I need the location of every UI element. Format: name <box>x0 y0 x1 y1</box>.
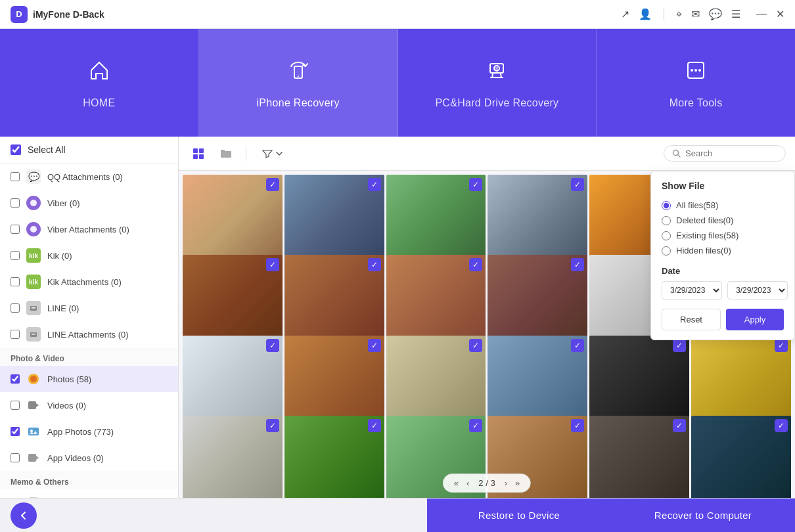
filter-date-to[interactable]: 3/29/2023 <box>727 281 788 299</box>
share-icon[interactable]: ↗ <box>621 8 629 20</box>
title-bar-icons: ↗ 👤 ⌖ ✉ 💬 ☰ ― ✕ <box>621 8 784 20</box>
nav-more-tools-label: More Tools <box>670 97 723 109</box>
gallery-item-check: ✓ <box>266 258 279 271</box>
filter-date-from[interactable]: 3/29/2023 <box>662 281 722 299</box>
line-att-checkbox[interactable] <box>11 330 20 339</box>
location-icon[interactable]: ⌖ <box>676 9 682 20</box>
nav-home[interactable]: HOME <box>0 29 199 137</box>
svg-point-10 <box>30 226 37 233</box>
toolbar-separator <box>246 146 246 161</box>
svg-rect-4 <box>495 67 498 70</box>
filter-button[interactable] <box>256 146 290 162</box>
page-next[interactable]: › <box>502 477 510 489</box>
filter-radio-all[interactable] <box>662 201 671 210</box>
user-icon[interactable]: 👤 <box>639 8 652 20</box>
sidebar-item-kik-attachments[interactable]: kik Kik Attachments (0) <box>0 269 178 295</box>
gallery-item-check: ✓ <box>571 178 584 191</box>
pc-recovery-icon <box>484 57 510 89</box>
qq-icon: 💬 <box>26 169 41 184</box>
sidebar-item-viber[interactable]: Viber (0) <box>0 190 178 216</box>
page-prev[interactable]: ‹ <box>464 477 472 489</box>
svg-point-8 <box>698 69 701 72</box>
gallery-item-check: ✓ <box>469 178 482 191</box>
pagination: « ‹ 2 / 3 › » <box>443 474 531 493</box>
gallery-item-24[interactable]: ✓ <box>691 416 791 498</box>
filter-option-all[interactable]: All files(58) <box>662 198 784 213</box>
filter-option-deleted[interactable]: Deleted files(0) <box>662 213 784 228</box>
gallery-item-check: ✓ <box>571 419 584 432</box>
sidebar-item-notes[interactable]: Notes (0) <box>0 489 178 498</box>
sidebar-item-photos[interactable]: Photos (58) <box>0 366 178 392</box>
mail-icon[interactable]: ✉ <box>691 8 700 20</box>
gallery-item-check: ✓ <box>673 339 686 352</box>
svg-line-32 <box>678 154 681 157</box>
menu-icon[interactable]: ☰ <box>731 8 740 20</box>
notes-label: Notes (0) <box>47 498 82 499</box>
grid-view-button[interactable] <box>188 143 209 164</box>
sidebar-select-all[interactable]: Select All <box>0 137 178 164</box>
kik-att-icon: kik <box>26 275 41 289</box>
restore-to-device-button[interactable]: Restore to Device <box>427 499 611 533</box>
recover-to-computer-button[interactable]: Recover to Computer <box>611 499 795 533</box>
svg-rect-12 <box>32 307 35 309</box>
home-icon <box>86 57 112 89</box>
gallery-item-check: ✓ <box>775 419 788 432</box>
chat-icon[interactable]: 💬 <box>709 8 722 20</box>
gallery-item-23[interactable]: ✓ <box>589 416 689 498</box>
qq-checkbox[interactable] <box>11 172 20 181</box>
app-videos-checkbox[interactable] <box>11 453 20 462</box>
sidebar-item-viber-attachments[interactable]: Viber Attachments (0) <box>0 216 178 242</box>
svg-rect-17 <box>28 401 36 409</box>
search-icon <box>672 149 681 158</box>
photos-label: Photos (58) <box>47 374 91 384</box>
gallery-item-check: ✓ <box>571 258 584 271</box>
gallery-item-check: ✓ <box>775 339 788 352</box>
filter-radio-deleted[interactable] <box>662 216 671 225</box>
kik-label: Kik (0) <box>47 251 72 261</box>
videos-checkbox[interactable] <box>11 401 20 410</box>
svg-rect-21 <box>28 454 36 462</box>
filter-date-row: 3/29/2023 3/29/2023 <box>662 281 784 299</box>
viber-att-checkbox[interactable] <box>11 225 20 234</box>
nav-pc-recovery[interactable]: PC&Hard Drive Recovery <box>398 29 597 137</box>
page-last[interactable]: » <box>512 477 522 489</box>
photos-checkbox[interactable] <box>11 374 20 384</box>
kik-att-checkbox[interactable] <box>11 277 20 286</box>
close-icon[interactable]: ✕ <box>776 8 784 20</box>
gallery-item-20[interactable]: ✓ <box>284 416 384 498</box>
kik-att-label: Kik Attachments (0) <box>47 277 122 287</box>
line-checkbox[interactable] <box>11 303 20 313</box>
nav-iphone-recovery[interactable]: iPhone Recovery <box>199 29 398 137</box>
filter-option-hidden[interactable]: Hidden files(0) <box>662 243 784 258</box>
select-all-checkbox[interactable] <box>11 144 21 155</box>
back-button[interactable] <box>11 502 37 529</box>
folder-view-button[interactable] <box>216 143 237 164</box>
svg-rect-28 <box>199 148 204 153</box>
gallery-item-19[interactable]: ✓ <box>183 416 283 498</box>
filter-reset-button[interactable]: Reset <box>662 309 721 330</box>
filter-radio-hidden[interactable] <box>662 246 671 255</box>
kik-checkbox[interactable] <box>11 251 20 260</box>
sidebar: Select All 💬 QQ Attachments (0) Viber (0… <box>0 137 179 498</box>
sidebar-item-app-videos[interactable]: App Videos (0) <box>0 445 178 471</box>
search-input[interactable] <box>685 148 777 158</box>
sidebar-item-app-photos[interactable]: App Photos (773) <box>0 418 178 445</box>
page-first[interactable]: « <box>451 477 461 489</box>
line-att-icon <box>26 327 41 342</box>
filter-option-existing[interactable]: Existing files(58) <box>662 228 784 243</box>
sidebar-item-videos[interactable]: Videos (0) <box>0 392 178 418</box>
sidebar-item-line-attachments[interactable]: LINE Attachments (0) <box>0 321 178 347</box>
search-bar[interactable] <box>664 145 786 162</box>
sidebar-item-line[interactable]: LINE (0) <box>0 295 178 321</box>
nav-more-tools[interactable]: More Tools <box>597 29 795 137</box>
filter-apply-button[interactable]: Apply <box>726 309 784 330</box>
svg-point-6 <box>691 69 693 72</box>
gallery-item-check: ✓ <box>469 258 482 271</box>
minimize-icon[interactable]: ― <box>756 8 767 20</box>
svg-point-9 <box>30 200 37 206</box>
sidebar-item-kik[interactable]: kik Kik (0) <box>0 242 178 269</box>
app-photos-checkbox[interactable] <box>11 427 20 436</box>
viber-checkbox[interactable] <box>11 198 20 208</box>
sidebar-item-qq-attachments[interactable]: 💬 QQ Attachments (0) <box>0 164 178 190</box>
filter-radio-existing[interactable] <box>662 231 671 240</box>
